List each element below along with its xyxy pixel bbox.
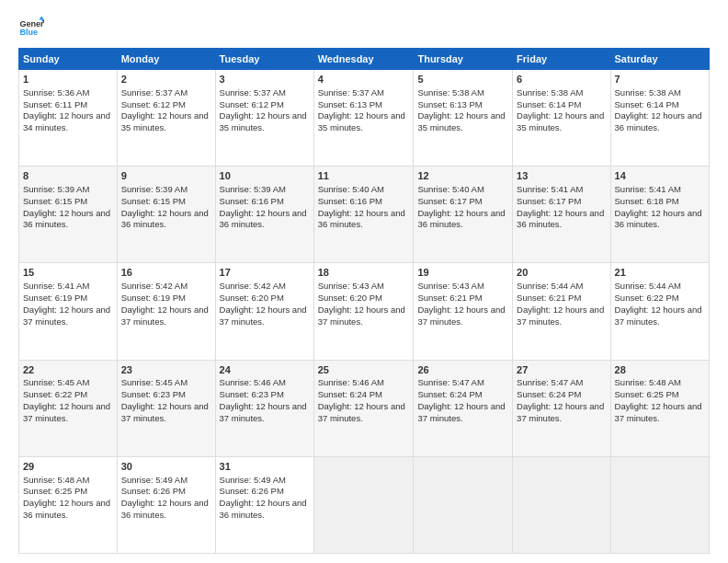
sunset: Sunset: 6:20 PM xyxy=(220,293,284,303)
daylight-label: Daylight: 12 hours and 36 minutes. xyxy=(318,208,405,230)
day-number: 29 xyxy=(23,460,113,474)
calendar-cell: 27Sunrise: 5:47 AMSunset: 6:24 PMDayligh… xyxy=(513,360,610,456)
daylight-label: Daylight: 12 hours and 36 minutes. xyxy=(121,208,209,230)
day-number: 14 xyxy=(615,169,705,183)
daylight-label: Daylight: 12 hours and 37 minutes. xyxy=(615,304,702,327)
calendar-cell: 17Sunrise: 5:42 AMSunset: 6:20 PMDayligh… xyxy=(215,263,313,360)
calendar-cell: 29Sunrise: 5:48 AMSunset: 6:25 PMDayligh… xyxy=(19,456,118,553)
day-number: 25 xyxy=(318,363,410,377)
sunrise: Sunrise: 5:44 AM xyxy=(615,281,681,291)
sunset: Sunset: 6:15 PM xyxy=(23,196,87,206)
calendar-cell: 6Sunrise: 5:38 AMSunset: 6:14 PMDaylight… xyxy=(513,70,610,167)
sunrise: Sunrise: 5:41 AM xyxy=(615,184,681,194)
calendar-week-row: 29Sunrise: 5:48 AMSunset: 6:25 PMDayligh… xyxy=(19,456,710,553)
sunrise: Sunrise: 5:40 AM xyxy=(318,184,384,194)
calendar-cell: 1Sunrise: 5:36 AMSunset: 6:11 PMDaylight… xyxy=(19,70,118,167)
calendar-cell: 16Sunrise: 5:42 AMSunset: 6:19 PMDayligh… xyxy=(117,263,215,360)
sunset: Sunset: 6:14 PM xyxy=(615,99,679,109)
daylight-label: Daylight: 12 hours and 37 minutes. xyxy=(318,304,405,327)
day-header-friday: Friday xyxy=(513,49,610,70)
sunset: Sunset: 6:24 PM xyxy=(517,389,581,399)
calendar-cell: 9Sunrise: 5:39 AMSunset: 6:15 PMDaylight… xyxy=(117,167,215,263)
calendar-cell xyxy=(414,456,513,553)
daylight-label: Daylight: 12 hours and 35 minutes. xyxy=(318,110,405,132)
sunset: Sunset: 6:17 PM xyxy=(517,196,581,206)
calendar-cell xyxy=(610,456,709,553)
sunrise: Sunrise: 5:38 AM xyxy=(517,87,583,98)
daylight-label: Daylight: 12 hours and 37 minutes. xyxy=(417,401,505,423)
day-number: 4 xyxy=(318,73,410,86)
day-number: 16 xyxy=(121,266,211,280)
sunrise: Sunrise: 5:46 AM xyxy=(220,377,286,387)
day-number: 27 xyxy=(517,363,606,377)
calendar-cell: 4Sunrise: 5:37 AMSunset: 6:13 PMDaylight… xyxy=(313,70,414,167)
calendar-cell: 5Sunrise: 5:38 AMSunset: 6:13 PMDaylight… xyxy=(414,70,513,167)
calendar-cell: 28Sunrise: 5:48 AMSunset: 6:25 PMDayligh… xyxy=(610,360,709,456)
sunset: Sunset: 6:19 PM xyxy=(23,293,87,303)
day-number: 7 xyxy=(615,73,705,86)
sunset: Sunset: 6:23 PM xyxy=(121,389,186,399)
sunset: Sunset: 6:11 PM xyxy=(23,99,87,109)
sunrise: Sunrise: 5:39 AM xyxy=(121,184,188,194)
day-header-thursday: Thursday xyxy=(414,49,513,70)
sunset: Sunset: 6:13 PM xyxy=(318,99,382,109)
daylight-label: Daylight: 12 hours and 35 minutes. xyxy=(121,110,209,132)
calendar-cell: 31Sunrise: 5:49 AMSunset: 6:26 PMDayligh… xyxy=(215,456,313,553)
sunset: Sunset: 6:26 PM xyxy=(121,486,186,496)
svg-marker-2 xyxy=(39,16,44,19)
sunrise: Sunrise: 5:43 AM xyxy=(417,281,483,291)
calendar-cell: 30Sunrise: 5:49 AMSunset: 6:26 PMDayligh… xyxy=(117,456,215,553)
day-number: 8 xyxy=(23,169,113,183)
sunset: Sunset: 6:20 PM xyxy=(318,293,382,303)
calendar-cell xyxy=(513,456,610,553)
sunrise: Sunrise: 5:39 AM xyxy=(23,184,89,194)
calendar-cell: 24Sunrise: 5:46 AMSunset: 6:23 PMDayligh… xyxy=(215,360,313,456)
sunrise: Sunrise: 5:45 AM xyxy=(121,377,188,387)
daylight-label: Daylight: 12 hours and 36 minutes. xyxy=(615,110,702,132)
sunset: Sunset: 6:22 PM xyxy=(615,293,679,303)
day-header-saturday: Saturday xyxy=(610,49,709,70)
calendar-week-row: 8Sunrise: 5:39 AMSunset: 6:15 PMDaylight… xyxy=(19,167,710,263)
daylight-label: Daylight: 12 hours and 35 minutes. xyxy=(220,110,307,132)
calendar-cell: 19Sunrise: 5:43 AMSunset: 6:21 PMDayligh… xyxy=(414,263,513,360)
sunrise: Sunrise: 5:36 AM xyxy=(23,87,89,98)
daylight-label: Daylight: 12 hours and 37 minutes. xyxy=(417,304,505,327)
sunset: Sunset: 6:22 PM xyxy=(23,389,87,399)
day-number: 3 xyxy=(220,73,310,86)
day-number: 31 xyxy=(220,460,310,474)
sunset: Sunset: 6:21 PM xyxy=(417,293,482,303)
daylight-label: Daylight: 12 hours and 37 minutes. xyxy=(318,401,405,423)
calendar-cell: 10Sunrise: 5:39 AMSunset: 6:16 PMDayligh… xyxy=(215,167,313,263)
svg-text:Blue: Blue xyxy=(19,28,38,37)
sunset: Sunset: 6:26 PM xyxy=(220,486,284,496)
day-number: 6 xyxy=(517,73,606,86)
day-number: 22 xyxy=(23,363,113,377)
calendar-cell: 2Sunrise: 5:37 AMSunset: 6:12 PMDaylight… xyxy=(117,70,215,167)
calendar-cell: 12Sunrise: 5:40 AMSunset: 6:17 PMDayligh… xyxy=(414,167,513,263)
day-number: 24 xyxy=(220,363,310,377)
sunset: Sunset: 6:23 PM xyxy=(220,389,284,399)
day-header-tuesday: Tuesday xyxy=(215,49,313,70)
day-number: 12 xyxy=(417,169,508,183)
day-number: 28 xyxy=(615,363,705,377)
day-number: 10 xyxy=(220,169,310,183)
svg-text:General: General xyxy=(19,19,44,29)
sunset: Sunset: 6:19 PM xyxy=(121,293,186,303)
sunrise: Sunrise: 5:43 AM xyxy=(318,281,384,291)
sunset: Sunset: 6:12 PM xyxy=(220,99,284,109)
day-number: 11 xyxy=(318,169,410,183)
logo-icon: General Blue xyxy=(18,15,44,40)
daylight-label: Daylight: 12 hours and 37 minutes. xyxy=(517,304,604,327)
sunrise: Sunrise: 5:48 AM xyxy=(615,377,681,387)
calendar-header-row: SundayMondayTuesdayWednesdayThursdayFrid… xyxy=(19,49,710,70)
sunset: Sunset: 6:16 PM xyxy=(318,196,382,206)
daylight-label: Daylight: 12 hours and 37 minutes. xyxy=(23,304,110,327)
sunset: Sunset: 6:25 PM xyxy=(23,486,87,496)
sunrise: Sunrise: 5:45 AM xyxy=(23,377,89,387)
sunset: Sunset: 6:24 PM xyxy=(318,389,382,399)
sunset: Sunset: 6:12 PM xyxy=(121,99,186,109)
daylight-label: Daylight: 12 hours and 34 minutes. xyxy=(23,110,110,132)
sunrise: Sunrise: 5:38 AM xyxy=(615,87,681,98)
day-number: 21 xyxy=(615,266,705,280)
sunset: Sunset: 6:18 PM xyxy=(615,196,679,206)
